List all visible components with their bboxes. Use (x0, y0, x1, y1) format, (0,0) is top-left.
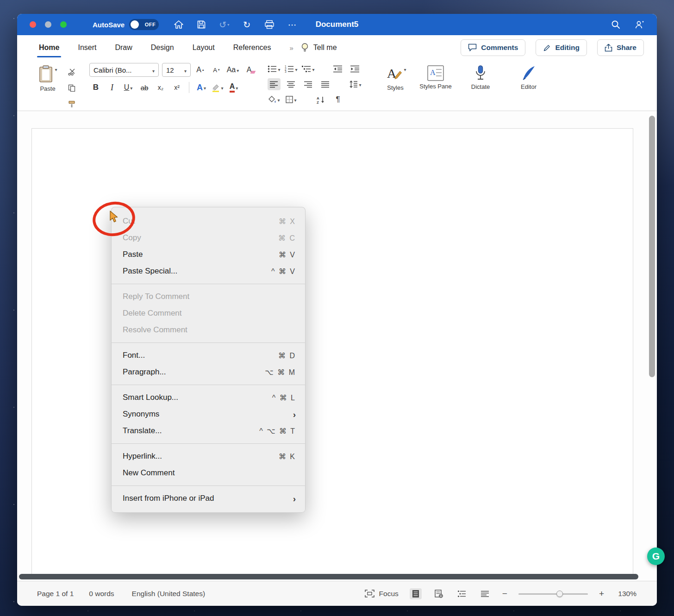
styles-pane-button[interactable]: A Styles Pane (419, 63, 452, 111)
menu-item-shortcut: ⌥ ⌘ M (265, 368, 296, 377)
superscript-button[interactable]: x² (170, 81, 183, 93)
print-button[interactable] (264, 18, 275, 31)
tab-layout[interactable]: Layout (193, 35, 215, 60)
minimize-window-button[interactable] (45, 21, 51, 28)
paste-dropdown-chevron-icon[interactable] (54, 65, 57, 73)
menu-item-new-comment[interactable]: New Comment (112, 465, 305, 481)
numbering-chevron-icon (294, 65, 297, 73)
paint-bucket-icon (268, 96, 276, 103)
menu-separator (112, 284, 305, 284)
increase-indent-button[interactable] (349, 63, 362, 75)
tab-home[interactable]: Home (39, 35, 59, 60)
shrink-font-button[interactable]: A (210, 64, 223, 76)
share-button[interactable]: Share (597, 39, 644, 56)
view-outline-button[interactable] (456, 588, 468, 599)
menu-item-synonyms[interactable]: Synonyms › (112, 406, 305, 423)
text-effects-button[interactable]: A (195, 81, 208, 93)
zoom-slider[interactable] (518, 590, 588, 597)
tab-draw[interactable]: Draw (115, 35, 132, 60)
format-painter-button[interactable] (65, 98, 78, 110)
tab-overflow-chevron-icon[interactable]: » (290, 44, 293, 52)
zoom-slider-thumb[interactable] (556, 591, 563, 597)
language-indicator[interactable]: English (United States) (132, 590, 206, 598)
bullets-button[interactable] (268, 63, 281, 75)
view-web-layout-button[interactable] (433, 588, 445, 599)
page-indicator[interactable]: Page 1 of 1 (37, 590, 74, 598)
font-name-select[interactable]: Calibri (Bo... (89, 63, 159, 77)
cut-button[interactable] (65, 66, 78, 78)
menu-item-paste-special[interactable]: Paste Special... ^ ⌘ V (112, 263, 305, 280)
menu-item-paste[interactable]: Paste ⌘ V (112, 246, 305, 263)
tab-insert[interactable]: Insert (78, 35, 96, 60)
comment-icon (468, 44, 477, 52)
grammarly-button[interactable]: G (647, 548, 665, 565)
decrease-indent-button[interactable] (331, 63, 344, 75)
menu-item-insert-from-iphone[interactable]: Insert from iPhone or iPad › (112, 490, 305, 507)
numbering-button[interactable]: 123 (285, 63, 298, 75)
editor-button[interactable]: Editor (511, 63, 547, 111)
zoom-level[interactable]: 130% (615, 590, 637, 598)
copy-button[interactable] (65, 82, 78, 94)
autosave-toggle[interactable]: OFF (129, 19, 159, 30)
menu-item-label: Paste (123, 250, 143, 259)
change-case-button[interactable]: Aa (226, 64, 239, 76)
strikethrough-button[interactable]: ab (138, 81, 151, 93)
highlight-button[interactable] (211, 81, 224, 93)
align-center-button[interactable] (285, 78, 298, 90)
sort-button[interactable]: AZ (314, 93, 327, 106)
bold-button[interactable]: B (89, 81, 102, 93)
comments-button[interactable]: Comments (461, 39, 525, 56)
align-left-button[interactable] (268, 78, 281, 90)
grow-font-button[interactable]: A (194, 64, 207, 76)
home-button[interactable] (174, 18, 184, 31)
zoom-in-button[interactable]: + (599, 589, 604, 598)
save-button[interactable] (196, 18, 206, 31)
multilevel-list-button[interactable] (302, 63, 315, 75)
italic-button[interactable]: I (106, 81, 119, 93)
paste-button[interactable]: Paste (31, 63, 64, 111)
underline-button[interactable]: U (122, 81, 135, 93)
tab-design[interactable]: Design (151, 35, 174, 60)
tab-references[interactable]: References (233, 35, 271, 60)
zoom-out-button[interactable]: − (502, 589, 507, 598)
focus-button[interactable]: Focus (365, 590, 399, 598)
styles-pane-icon: A (427, 65, 444, 81)
font-color-button[interactable]: A (227, 81, 240, 93)
menu-item-resolve-comment: Resolve Comment (112, 322, 305, 338)
account-button[interactable] (635, 18, 645, 31)
font-size-select[interactable]: 12 (162, 63, 191, 77)
borders-button[interactable] (285, 93, 298, 106)
more-commands-button[interactable]: ⋯ (287, 18, 297, 31)
menu-item-translate[interactable]: Translate... ^ ⌥ ⌘ T (112, 423, 305, 439)
subscript-button[interactable]: x₂ (154, 81, 167, 93)
view-print-layout-button[interactable] (410, 588, 422, 599)
word-count[interactable]: 0 words (89, 590, 114, 598)
tell-me-label: Tell me (313, 44, 337, 52)
horizontal-scrollbar[interactable] (19, 574, 638, 579)
styles-button[interactable]: A Styles (375, 63, 415, 111)
menu-item-paragraph[interactable]: Paragraph... ⌥ ⌘ M (112, 364, 305, 380)
menu-item-smart-lookup[interactable]: Smart Lookup... ^ ⌘ L (112, 389, 305, 406)
editing-button[interactable]: Editing (536, 39, 587, 56)
shading-button[interactable] (268, 93, 281, 106)
justify-button[interactable] (319, 78, 332, 90)
clear-formatting-button[interactable]: A (243, 64, 256, 76)
show-paragraph-marks-button[interactable]: ¶ (331, 93, 344, 106)
menu-item-label: Copy (123, 233, 141, 243)
close-window-button[interactable] (30, 21, 36, 28)
tell-me-button[interactable]: Tell me (301, 43, 337, 53)
focus-icon (365, 590, 374, 597)
view-draft-button[interactable] (479, 588, 491, 599)
menu-item-font[interactable]: Font... ⌘ D (112, 347, 305, 364)
vertical-scrollbar[interactable] (649, 116, 655, 377)
fullscreen-window-button[interactable] (60, 21, 67, 28)
redo-button[interactable]: ↻ (242, 18, 252, 31)
line-spacing-button[interactable] (349, 78, 362, 90)
dictate-button[interactable]: Dictate (462, 63, 499, 111)
font-name-value: Calibri (Bo... (94, 66, 132, 74)
menu-item-hyperlink[interactable]: Hyperlink... ⌘ K (112, 448, 305, 465)
align-right-button[interactable] (302, 78, 315, 90)
search-button[interactable] (611, 18, 621, 31)
undo-button[interactable]: ↺▾ (219, 18, 229, 31)
submenu-chevron-icon: › (293, 410, 296, 419)
